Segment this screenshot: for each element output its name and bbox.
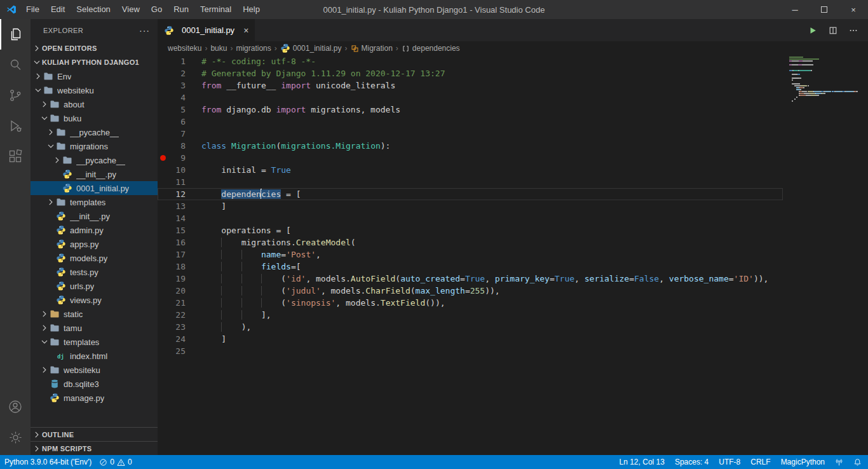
run-python-file-icon[interactable] <box>808 26 817 35</box>
close-window-button[interactable]: × <box>839 0 868 19</box>
code-line[interactable]: 11 <box>158 176 783 188</box>
split-editor-icon[interactable] <box>829 26 837 35</box>
gutter-glyph-margin[interactable] <box>158 140 169 152</box>
gutter-glyph-margin[interactable] <box>158 333 169 345</box>
code-line[interactable]: 12 dependencies = [ <box>158 188 783 200</box>
tree-item-websiteku[interactable]: websiteku <box>31 83 158 97</box>
tree-item-index-html[interactable]: djindex.html <box>31 349 158 363</box>
menu-run[interactable]: Run <box>168 0 194 19</box>
tab-0001-initial-py[interactable]: 0001_initial.py × <box>158 19 255 41</box>
gutter-glyph-margin[interactable] <box>158 67 169 79</box>
menu-terminal[interactable]: Terminal <box>194 0 237 19</box>
code-line[interactable]: 18 fields=[ <box>158 261 783 273</box>
gutter-glyph-margin[interactable] <box>158 55 169 67</box>
extensions-icon[interactable] <box>0 141 31 172</box>
breakpoint-dot[interactable] <box>160 155 166 161</box>
code-line[interactable]: 9 <box>158 152 783 164</box>
gutter-glyph-margin[interactable] <box>158 188 169 200</box>
breadcrumb-item[interactable]: websiteku <box>168 44 201 53</box>
code-line[interactable]: 17 name='Post', <box>158 248 783 261</box>
code-line[interactable]: 10 initial = True <box>158 164 783 176</box>
tree-item--pycache-[interactable]: __pycache__ <box>31 153 158 167</box>
tree-item-urls-py[interactable]: urls.py <box>31 279 158 293</box>
gutter-glyph-margin[interactable] <box>158 224 169 236</box>
gutter-glyph-margin[interactable] <box>158 79 169 92</box>
menu-go[interactable]: Go <box>146 0 168 19</box>
gutter-glyph-margin[interactable] <box>158 116 169 128</box>
gutter-glyph-margin[interactable] <box>158 309 169 321</box>
explorer-more-actions-icon[interactable]: ··· <box>139 25 150 36</box>
code-line[interactable]: 19 ('id', models.AutoField(auto_created=… <box>158 273 783 285</box>
code-line[interactable]: 6 <box>158 116 783 128</box>
menu-view[interactable]: View <box>116 0 146 19</box>
gutter-glyph-margin[interactable] <box>158 285 169 297</box>
code-line[interactable]: 7 <box>158 128 783 140</box>
code-line[interactable]: 3from __future__ import unicode_literals <box>158 79 783 92</box>
gutter-glyph-margin[interactable] <box>158 273 169 285</box>
gutter-glyph-margin[interactable] <box>158 321 169 333</box>
tree-item-templates[interactable]: templates <box>31 335 158 349</box>
tree-item--pycache-[interactable]: __pycache__ <box>31 125 158 139</box>
close-tab-icon[interactable]: × <box>243 25 248 36</box>
code-line[interactable]: 1# -*- coding: utf-8 -*- <box>158 55 783 67</box>
code-line[interactable]: 5from django.db import migrations, model… <box>158 104 783 116</box>
tree-item-apps-py[interactable]: apps.py <box>31 237 158 251</box>
gutter-glyph-margin[interactable] <box>158 128 169 140</box>
tree-item-tests-py[interactable]: tests.py <box>31 265 158 279</box>
status-language-mode[interactable]: MagicPython <box>781 458 825 466</box>
gutter-glyph-margin[interactable] <box>158 345 169 357</box>
search-icon[interactable] <box>0 50 31 80</box>
gutter-glyph-margin[interactable] <box>158 297 169 309</box>
code-line[interactable]: 25 <box>158 345 783 357</box>
tree-item-manage-py[interactable]: manage.py <box>31 391 158 405</box>
breadcrumb-item[interactable]: buku <box>210 44 227 53</box>
section-open-editors[interactable]: OPEN EDITORS <box>31 41 158 55</box>
status-problems[interactable]: 00 <box>99 458 132 466</box>
code-line[interactable]: 23 ), <box>158 321 783 333</box>
explorer-icon[interactable] <box>0 19 31 50</box>
maximize-button[interactable] <box>810 0 839 19</box>
gutter-glyph-margin[interactable] <box>158 176 169 188</box>
tree-item--init-py[interactable]: __init__.py <box>31 167 158 181</box>
gutter-glyph-margin[interactable] <box>158 212 169 224</box>
code-line[interactable]: 2# Generated by Django 1.11.29 on 2020-1… <box>158 67 783 79</box>
tree-item-env[interactable]: Env <box>31 69 158 83</box>
code-line[interactable]: 21 ('sinopsis', models.TextField()), <box>158 297 783 309</box>
breadcrumb-item[interactable]: dependencies <box>402 44 460 53</box>
code-line[interactable]: 4 <box>158 92 783 104</box>
status-feedback-icon[interactable] <box>835 458 843 466</box>
menu-help[interactable]: Help <box>237 0 266 19</box>
run-debug-icon[interactable] <box>0 111 31 141</box>
status-eol[interactable]: CRLF <box>750 458 770 466</box>
source-control-icon[interactable] <box>0 80 31 111</box>
status-indentation[interactable]: Spaces: 4 <box>675 458 709 466</box>
tree-item-0001-initial-py[interactable]: 0001_initial.py <box>31 181 158 195</box>
more-actions-icon[interactable] <box>849 26 858 35</box>
gutter-glyph-margin[interactable] <box>158 248 169 261</box>
tree-item-templates[interactable]: templates <box>31 195 158 209</box>
tree-item--init-py[interactable]: __init__.py <box>31 209 158 223</box>
code-line[interactable]: 14 <box>158 212 783 224</box>
tree-item-websiteku[interactable]: websiteku <box>31 363 158 377</box>
menu-selection[interactable]: Selection <box>71 0 116 19</box>
section-npm-scripts[interactable]: NPM SCRIPTS <box>31 441 158 455</box>
settings-icon[interactable] <box>0 422 31 452</box>
tree-item-admin-py[interactable]: admin.py <box>31 223 158 237</box>
tree-item-models-py[interactable]: models.py <box>31 251 158 265</box>
section-outline[interactable]: OUTLINE <box>31 427 158 441</box>
code-line[interactable]: 24 ] <box>158 333 783 345</box>
breadcrumb-item[interactable]: 0001_initial.py <box>280 43 342 53</box>
gutter-glyph-margin[interactable] <box>158 164 169 176</box>
tree-item-migrations[interactable]: migrations <box>31 139 158 153</box>
gutter-glyph-margin[interactable] <box>158 92 169 104</box>
code-line[interactable]: 13 ] <box>158 200 783 212</box>
code-line[interactable]: 16 migrations.CreateModel( <box>158 236 783 248</box>
tree-item-tamu[interactable]: tamu <box>31 321 158 335</box>
code-line[interactable]: 20 ('judul', models.CharField(max_length… <box>158 285 783 297</box>
tree-item-db-sqlite3[interactable]: db.sqlite3 <box>31 377 158 391</box>
menu-edit[interactable]: Edit <box>45 0 71 19</box>
account-icon[interactable] <box>0 391 31 422</box>
code-line[interactable]: 8class Migration(migrations.Migration): <box>158 140 783 152</box>
gutter-glyph-margin[interactable] <box>158 104 169 116</box>
menu-file[interactable]: File <box>20 0 45 19</box>
